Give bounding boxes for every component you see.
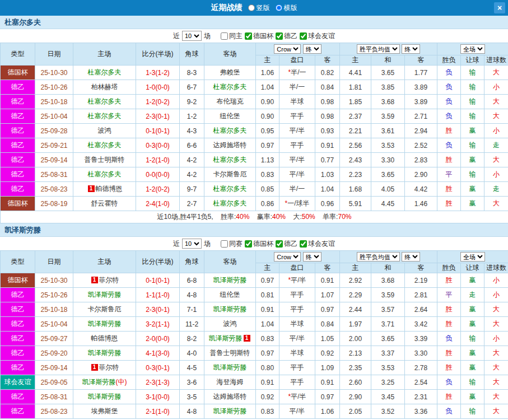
full-match-select[interactable]: 全场 [460,252,485,262]
league-cup-input[interactable] [245,240,252,248]
avg-away: 3.89 [405,95,437,109]
result-handicap: 输 [461,66,484,80]
layout-vertical-input[interactable] [248,4,255,11]
result-goals: 大 [484,404,508,419]
result-wdl: 胜 [437,317,461,332]
match-score: 2-0(0-0) [136,332,180,346]
away-team[interactable]: 普鲁士明斯特 [204,346,256,361]
odds-final-select[interactable]: 终 [303,252,321,262]
away-team[interactable]: 布伦瑞克 [204,95,256,109]
same-league-checkbox[interactable]: 同赛 [221,239,243,249]
layout-horizontal-radio[interactable]: 横版 [276,3,297,13]
layout-horizontal-input[interactable] [276,4,282,11]
near-label: 近 [173,31,180,41]
close-button[interactable]: × [494,2,505,13]
odds-away: 0.91 [315,375,340,390]
away-team[interactable]: 弗赖堡 [204,66,256,80]
league-de2-input[interactable] [276,240,283,248]
home-team[interactable]: 杜塞尔多夫 [73,95,136,109]
away-team[interactable]: 杜塞尔多夫 [204,80,256,95]
away-team[interactable]: 纽伦堡 [204,109,256,124]
avg-draw: 3.71 [371,317,405,332]
avg-final-select[interactable]: 终 [402,44,420,54]
avg-final-select[interactable]: 终 [402,252,420,262]
league-de2-checkbox[interactable]: 德乙 [276,239,297,249]
home-team[interactable]: 杜塞尔多夫 [73,109,136,124]
match-count-select[interactable]: 10 [182,239,202,249]
layout-vertical-label: 竖版 [257,3,270,13]
home-team[interactable]: 凯泽斯劳滕 [73,346,136,361]
home-team[interactable]: 柏林赫塔 [73,80,136,95]
home-team[interactable]: 1帕德博恩 [73,182,136,197]
away-team[interactable]: 卡尔斯鲁厄 [204,167,256,182]
avg-select[interactable]: 胜平负均值 [357,44,400,54]
league-badge: 德乙 [1,361,35,375]
home-team[interactable]: 杜塞尔多夫 [73,167,136,182]
table-row: 德乙 25-10-18 杜塞尔多夫 1-2(0-2) 9-2 布伦瑞克 0.90… [1,95,508,109]
odds-home: 1.06 [256,66,279,80]
odds-home: 1.04 [256,80,279,95]
away-team[interactable]: 海登海姆 [204,375,256,390]
table-row: 德乙 25-10-26 柏林赫塔 1-0(0-0) 6-7 杜塞尔多夫 1.04… [1,80,508,95]
league-de2-input[interactable] [276,32,283,40]
odds-home: 0.85 [256,182,279,197]
league-cup-checkbox[interactable]: 德国杯 [245,239,273,249]
avg-select[interactable]: 胜平负均值 [357,252,400,262]
table-row: 德乙 25-10-04 凯泽斯劳滕 3-2(1-1) 11-2 波鸿 1.04 … [1,317,508,332]
league-friendly-checkbox[interactable]: 球会友谊 [300,239,335,249]
home-team[interactable]: 凯泽斯劳滕 [73,390,136,404]
away-team[interactable]: 凯泽斯劳滕 [204,404,256,419]
odds-provider-select[interactable]: Crow [274,44,301,54]
league-friendly-checkbox[interactable]: 球会友谊 [300,31,335,41]
team-section-kaiserslautern: 凯泽斯劳滕 近 10 场 同赛 德国杯 德乙 球会友谊 类型 [0,223,508,419]
home-team[interactable]: 卡尔斯鲁厄 [73,302,136,317]
odds-handicap: 平手 [279,375,315,390]
away-team[interactable]: 纽伦堡 [204,288,256,302]
odds-handicap: 平/半 [279,404,315,419]
away-team[interactable]: 凯泽斯劳滕 [204,302,256,317]
red-card-badge: 1 [91,364,98,371]
away-team[interactable]: 杜塞尔多夫 [204,197,256,211]
home-team[interactable]: 凯泽斯劳滕 [73,317,136,332]
odds-away: 0.84 [315,317,340,332]
away-team[interactable]: 达姆施塔特 [204,138,256,153]
layout-vertical-radio[interactable]: 竖版 [248,3,270,13]
home-team[interactable]: 1菲尔特 [73,361,136,375]
home-team[interactable]: 普鲁士明斯特 [73,153,136,167]
home-team[interactable]: 杜塞尔多夫 [73,66,136,80]
league-cup-input[interactable] [245,32,252,40]
home-team[interactable]: 波鸿 [73,124,136,138]
away-team[interactable]: 杜塞尔多夫 [204,124,256,138]
home-team[interactable]: 帕德博恩 [73,332,136,346]
home-team[interactable]: 埃弗斯堡 [73,404,136,419]
away-team[interactable]: 凯泽斯劳滕 [204,273,256,288]
league-badge: 德国杯 [1,273,35,288]
col-date: 日期 [35,251,73,273]
league-de2-checkbox[interactable]: 德乙 [276,31,297,41]
away-team[interactable]: 达姆施塔特 [204,390,256,404]
home-team[interactable]: 杜塞尔多夫 [73,138,136,153]
home-team[interactable]: 凯泽斯劳滕(中) [73,375,136,390]
league-friendly-input[interactable] [300,240,307,248]
same-home-input[interactable] [221,32,228,40]
away-team[interactable]: 杜塞尔多夫 [204,153,256,167]
home-team[interactable]: 凯泽斯劳滕 [73,288,136,302]
panel-title: 近期战绩 [211,3,243,13]
odds-provider-select[interactable]: Crow [274,252,301,262]
home-team[interactable]: 1菲尔特 [73,273,136,288]
full-match-select[interactable]: 全场 [460,44,485,54]
same-league-input[interactable] [221,240,228,248]
away-team[interactable]: 凯泽斯劳滕 [204,361,256,375]
odds-final-select[interactable]: 终 [303,44,321,54]
away-team[interactable]: 波鸿 [204,317,256,332]
away-team[interactable]: 凯泽斯劳滕1 [204,332,256,346]
same-home-checkbox[interactable]: 同主 [221,31,243,41]
league-cup-checkbox[interactable]: 德国杯 [245,31,273,41]
league-friendly-input[interactable] [300,32,307,40]
home-team[interactable]: 舒云霍特 [73,197,136,211]
corner-score: 1-2 [180,109,204,124]
away-team[interactable]: 杜塞尔多夫 [204,182,256,197]
odds-handicap: 平手 [279,302,315,317]
odds-home: 0.80 [256,361,279,375]
match-count-select[interactable]: 10 [182,31,202,41]
